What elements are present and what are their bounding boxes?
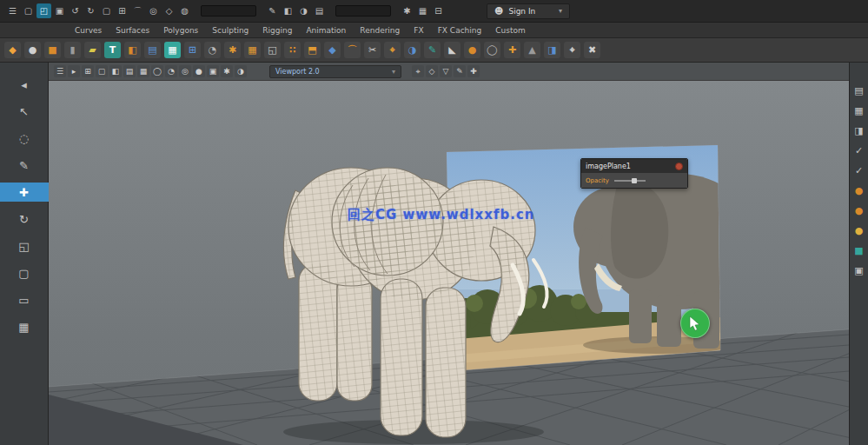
render-check-icon[interactable]: ✓ [855, 165, 863, 176]
selection-mask-icon[interactable]: ▢ [99, 3, 114, 18]
xray-icon[interactable]: ◇ [426, 65, 438, 77]
open-scene-icon[interactable]: ◰ [36, 3, 51, 18]
cube-icon[interactable]: ■ [44, 42, 61, 58]
tab-0[interactable]: Curves [75, 26, 102, 35]
status-field-1[interactable] [201, 5, 256, 17]
select-tool-icon[interactable]: ↖ [0, 102, 49, 121]
material-sphere-icon-3[interactable]: ● [855, 225, 864, 236]
extrude-icon[interactable]: ⬒ [304, 42, 321, 58]
tab-9[interactable]: Custom [495, 26, 525, 35]
wedge-icon[interactable]: ▲ [524, 42, 540, 58]
move-tool-icon[interactable]: ✚ [0, 183, 49, 202]
toolbox-icon[interactable]: ⊟ [431, 3, 446, 18]
redo-icon[interactable]: ↻ [83, 3, 98, 18]
lattice-icon[interactable]: ▦ [244, 42, 261, 58]
make-live-icon[interactable]: ◍ [177, 3, 192, 18]
render-settings-icon[interactable]: ▤ [312, 3, 327, 18]
resolution-gate-icon[interactable]: ◧ [109, 65, 122, 77]
bridge-icon[interactable]: ⌒ [344, 42, 361, 58]
curve-tool-icon[interactable]: ◆ [4, 42, 21, 58]
layout-single-pane-icon[interactable]: ▭ [0, 290, 49, 309]
gate-mask-icon[interactable]: ▤ [123, 65, 136, 77]
construction-history-icon[interactable]: ✎ [265, 3, 280, 18]
tab-6[interactable]: Rendering [360, 26, 400, 35]
ipr-render-icon[interactable]: ◑ [296, 3, 311, 18]
quad-draw-icon[interactable]: ✎ [424, 42, 441, 58]
snap-curve-icon[interactable]: ⌒ [130, 3, 145, 18]
snap-point-icon[interactable]: ◎ [146, 3, 161, 18]
gamma-icon[interactable]: ✎ [454, 65, 466, 77]
remesh-icon[interactable]: ▦ [164, 42, 181, 58]
delete-icon[interactable]: ✖ [584, 42, 600, 58]
type-tool-icon[interactable]: T [104, 42, 121, 58]
material-sphere-icon[interactable]: ● [855, 185, 864, 196]
tab-4[interactable]: Rigging [262, 26, 292, 35]
tab-7[interactable]: FX [414, 26, 423, 35]
material-sphere-icon-2[interactable]: ● [855, 205, 864, 216]
crease-icon[interactable]: ◣ [444, 42, 461, 58]
layer-editor-icon[interactable]: ▦ [854, 105, 863, 116]
pin-icon[interactable]: ✚ [504, 42, 520, 58]
sphere-icon[interactable]: ● [24, 42, 41, 58]
last-tool-icon[interactable]: ▢ [0, 263, 49, 282]
bevel-icon[interactable]: ◆ [324, 42, 341, 58]
panel-menu-icon[interactable]: ☰ [54, 65, 66, 77]
shaded-icon[interactable]: ● [193, 65, 205, 77]
separate-icon[interactable]: ∷ [284, 42, 301, 58]
tab-1[interactable]: Surfaces [116, 26, 149, 35]
exposure-icon[interactable]: ▽ [440, 65, 452, 77]
render-icon[interactable]: ◧ [281, 3, 295, 18]
tab-5[interactable]: Animation [306, 26, 346, 35]
isolate-select-icon[interactable]: ⌖ [412, 65, 424, 77]
boolean-icon[interactable]: ◧ [124, 42, 141, 58]
menu-toggle-icon[interactable]: ☰ [5, 3, 20, 18]
smooth-icon[interactable]: ◔ [204, 42, 221, 58]
combine-icon[interactable]: ◱ [264, 42, 281, 58]
safe-action-icon[interactable]: ◯ [151, 65, 163, 77]
tab-2[interactable]: Polygons [163, 26, 198, 35]
textured-icon[interactable]: ▣ [207, 65, 219, 77]
channel-box-icon[interactable]: ▤ [854, 85, 863, 96]
wireframe-icon[interactable]: ◎ [179, 65, 191, 77]
utility-icon[interactable]: ■ [854, 245, 863, 256]
symmetry-icon[interactable]: ◨ [544, 42, 560, 58]
select-camera-icon[interactable]: ▸ [68, 65, 80, 77]
cylinder-icon[interactable]: ▮ [64, 42, 81, 58]
collapse-arrow-icon[interactable]: ◂ [0, 75, 49, 94]
paint-select-tool-icon[interactable]: ✎ [0, 156, 49, 175]
undo-icon[interactable]: ↺ [68, 3, 83, 18]
options-popup[interactable]: imagePlane1 Opacity [580, 158, 688, 189]
paint-effects-icon[interactable]: ✱ [400, 3, 414, 18]
save-scene-icon[interactable]: ▣ [52, 3, 67, 18]
status-field-2[interactable] [335, 5, 391, 17]
snap-grid-icon[interactable]: ⊞ [115, 3, 129, 18]
rotate-tool-icon[interactable]: ↻ [0, 209, 49, 229]
target-weld-icon[interactable]: ⌖ [384, 42, 401, 58]
tab-3[interactable]: Sculpting [212, 26, 248, 35]
safe-title-icon[interactable]: ◔ [165, 65, 177, 77]
film-gate-icon[interactable]: ▢ [96, 65, 108, 77]
viewport-scene[interactable] [49, 81, 849, 445]
sculpt-icon[interactable]: ● [464, 42, 480, 58]
snap-plane-icon[interactable]: ◇ [162, 3, 176, 18]
layout-four-pane-icon[interactable]: ▦ [0, 317, 49, 336]
star-icon[interactable]: ✱ [224, 42, 241, 58]
grid-icon[interactable]: ⊞ [184, 42, 201, 58]
popup-record-icon[interactable] [675, 163, 683, 170]
lasso-tool-icon[interactable]: ◌ [0, 129, 49, 148]
grid-toggle-icon[interactable]: ⊞ [82, 65, 94, 77]
new-scene-icon[interactable]: ▢ [21, 3, 36, 18]
display-toggle-icon[interactable]: ◨ [854, 125, 863, 136]
mash-icon[interactable]: ▤ [144, 42, 161, 58]
snapshot-icon[interactable]: ✚ [467, 65, 480, 77]
popup-slider[interactable] [614, 180, 646, 182]
tab-8[interactable]: FX Caching [438, 26, 482, 35]
field-chart-icon[interactable]: ▦ [137, 65, 149, 77]
scale-tool-icon[interactable]: ◱ [0, 236, 49, 256]
measure-icon[interactable]: ⌖ [564, 42, 580, 58]
texture-icon[interactable]: ▣ [854, 265, 863, 276]
plane-icon[interactable]: ▰ [84, 42, 101, 58]
mirror-icon[interactable]: ◑ [404, 42, 421, 58]
shadows-icon[interactable]: ◑ [235, 65, 247, 77]
signin-dropdown[interactable]: ☻ Sign In ▾ [487, 3, 570, 19]
